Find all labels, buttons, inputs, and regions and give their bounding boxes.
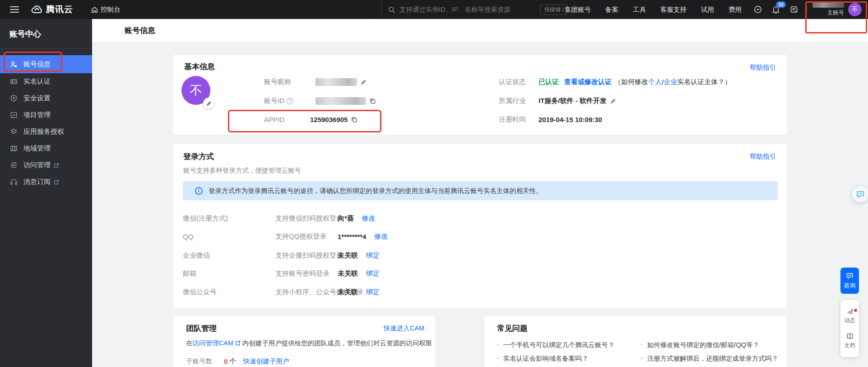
home-icon (91, 6, 98, 13)
nickname-value-redacted (316, 78, 357, 86)
login-method-desc: 支持微信扫码授权登录 (275, 214, 343, 223)
login-methods-help-link[interactable]: 帮助指引 (750, 152, 776, 161)
sub-account-count: 0 (224, 358, 227, 365)
sidebar: 账号中心 账号信息 实名认证 安全设置 项目管理 (0, 19, 92, 367)
sidebar-item-region-management[interactable]: 地域管理 (0, 140, 92, 157)
search-input[interactable]: 支持通过实例ID、IP、名称等搜索资源 快捷键 / (381, 0, 575, 19)
auth-modify-link[interactable]: 查看或修改认证 (564, 78, 612, 86)
feed-icon (846, 308, 854, 315)
pencil-icon (361, 79, 367, 85)
search-icon (388, 6, 395, 13)
auth-hint-personal-link[interactable]: 个人 (648, 78, 662, 86)
industry-edit-button[interactable] (610, 98, 616, 104)
pencil-icon (206, 101, 212, 106)
hamburger-menu-icon[interactable] (10, 6, 19, 13)
menu-beian[interactable]: 备案 (598, 5, 626, 14)
docs-button[interactable]: 文档 (845, 333, 855, 349)
login-method-value: 1********4 (338, 233, 366, 240)
chat-icon (856, 190, 865, 199)
account-name-redacted (812, 2, 844, 8)
sidebar-item-account-info[interactable]: 账号信息 (0, 55, 92, 73)
sidebar-item-message-subscription[interactable]: 消息订阅 (0, 174, 92, 190)
sidebar-item-real-name-auth[interactable]: 实名认证 (0, 73, 92, 90)
account-id-value-redacted (316, 97, 366, 105)
brand-logo[interactable]: 腾讯云 (31, 4, 73, 15)
help-question-icon[interactable]: ? (287, 98, 293, 104)
map-icon (10, 145, 18, 152)
info-icon: i (195, 187, 203, 195)
login-notice-text: 登录方式作为登录腾讯云账号的途径，请确认您所绑定的登录方式的使用主体与当前腾讯云… (209, 187, 543, 195)
nickname-edit-button[interactable] (361, 79, 367, 85)
menu-billing[interactable]: 费用 (721, 5, 749, 14)
login-method-bind-link[interactable]: 绑定 (366, 288, 380, 296)
register-time-label: 注册时间 (499, 115, 526, 124)
shield-icon (10, 94, 18, 102)
register-time-value: 2019-04-15 10:09:30 (538, 116, 602, 123)
login-methods-card: 登录方式 帮助指引 账号支持多种登录方式，便捷管理云账号 i 登录方式作为登录腾… (173, 144, 787, 308)
notification-bell-icon[interactable]: 32 (767, 5, 785, 14)
cloud-logo-icon (31, 5, 42, 14)
login-method-desc: 支持账号密码登录 (275, 269, 330, 278)
brand-name: 腾讯云 (46, 4, 73, 15)
sidebar-item-security-settings[interactable]: 安全设置 (0, 90, 92, 107)
login-method-desc: 支持QQ授权登录 (275, 232, 326, 241)
enter-cam-link[interactable]: 快速进入CAM (384, 324, 424, 333)
team-management-card: 团队管理 快速进入CAM 在 访问管理CAM 内创建子用户提供给您的团队成员，管… (173, 316, 435, 367)
external-link-icon (235, 340, 241, 346)
login-method-desc: 支持企微扫码授权登录 (275, 251, 343, 260)
menu-trial[interactable]: 试用 (694, 5, 721, 14)
id-card-icon (10, 78, 18, 85)
login-method-bind-link[interactable]: 绑定 (366, 251, 380, 260)
login-method-modify-link[interactable]: 修改 (374, 232, 388, 241)
menu-tools[interactable]: 工具 (626, 5, 653, 14)
basic-info-help-link[interactable]: 帮助指引 (750, 63, 776, 72)
account-id-copy-button[interactable] (370, 98, 376, 104)
auth-status-label: 认证状态 (499, 78, 526, 86)
login-method-bind-link[interactable]: 绑定 (366, 269, 380, 278)
external-link-icon (54, 163, 59, 168)
floating-panel: 动态 文档 (840, 300, 859, 357)
create-sub-user-link[interactable]: 快速创建子用户 (243, 357, 289, 366)
login-method-value: 向*葵 (338, 214, 354, 223)
avatar-edit-button[interactable] (203, 98, 214, 109)
login-method-name: 微信(注册方式) (183, 214, 228, 223)
login-method-value: 未关联 (338, 251, 358, 260)
basic-info-card: 基本信息 帮助指引 不 账号昵称 账号ID ? APPID 1259036 (173, 55, 787, 135)
faq-link[interactable]: 一个手机号可以绑定几个腾讯云账号？ (497, 341, 614, 349)
faq-link[interactable]: 如何修改账号绑定的微信/邮箱/QQ等？ (641, 341, 759, 349)
sidebar-item-project-management[interactable]: 项目管理 (0, 107, 92, 123)
nickname-label: 账号昵称 (264, 78, 291, 86)
menu-group-account[interactable]: 集团账号 (557, 5, 598, 14)
faq-link[interactable]: 注册方式被解绑后，还能绑定成登录方式吗？ (641, 354, 778, 363)
sidebar-item-app-service-auth[interactable]: 应用服务授权 (0, 123, 92, 140)
login-notice-banner: i 登录方式作为登录腾讯云账号的途径，请确认您所绑定的登录方式的使用主体与当前腾… (183, 181, 778, 200)
consult-button[interactable]: 咨询 (840, 268, 859, 294)
console-link[interactable]: 控制台 (88, 5, 121, 14)
feed-button[interactable]: 动态 (845, 308, 855, 325)
account-menu[interactable]: 主账号 不 (812, 2, 862, 17)
faq-link[interactable]: 实名认证会影响域名备案吗？ (497, 354, 588, 363)
login-method-value: 未关联 (338, 269, 358, 278)
appid-label: APPID (264, 116, 284, 123)
external-link-icon (54, 179, 59, 185)
feed-reddot (854, 309, 857, 312)
faq-title: 常见问题 (497, 323, 528, 334)
sidebar-item-access-management[interactable]: 访问管理 (0, 157, 92, 174)
chat-bubble-button[interactable] (852, 186, 868, 202)
auth-hint-enterprise-link[interactable]: 企业 (664, 78, 677, 86)
account-info-icon (10, 61, 18, 68)
workorder-icon[interactable] (785, 5, 803, 14)
consult-chat-icon (846, 272, 854, 280)
docs-icon (846, 333, 854, 340)
cam-link[interactable]: 访问管理CAM (193, 339, 233, 348)
login-method-name: 邮箱 (183, 269, 196, 278)
topbar-menu: 集团账号 备案 工具 客服支持 试用 费用 32 主账号 (557, 0, 868, 19)
ticket-icon[interactable] (749, 5, 767, 14)
industry-label: 所属行业 (499, 97, 526, 105)
account-avatar[interactable]: 不 (848, 3, 862, 16)
login-method-modify-link[interactable]: 修改 (362, 214, 376, 223)
appid-value: 1259036905 (310, 116, 348, 123)
search-placeholder: 支持通过实例ID、IP、名称等搜索资源 (399, 5, 511, 14)
menu-support[interactable]: 客服支持 (653, 5, 694, 14)
appid-copy-button[interactable] (351, 117, 357, 122)
